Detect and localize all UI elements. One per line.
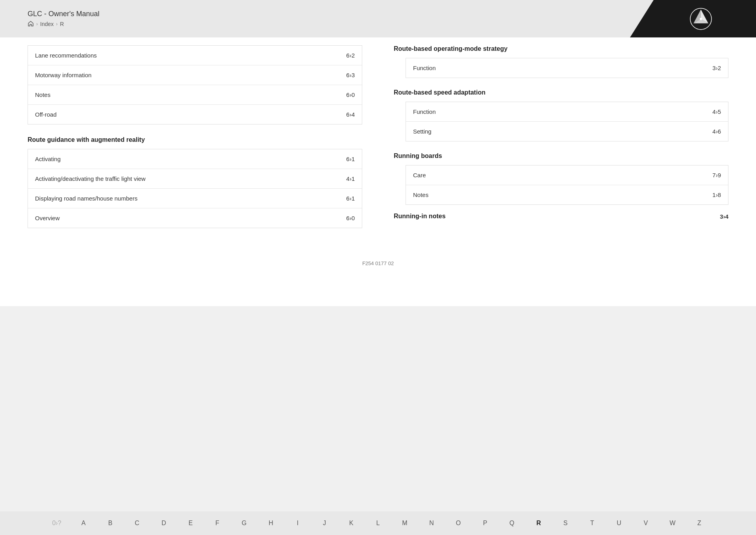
augmented-reality-heading: Route guidance with augmented reality xyxy=(28,136,362,143)
row-page: 6›2 xyxy=(346,52,355,59)
row-label: Care xyxy=(413,172,426,178)
row-page: 6›0 xyxy=(346,215,355,221)
running-in-notes-page: 3›4 xyxy=(720,213,728,220)
row-page: 6›0 xyxy=(346,91,355,98)
alpha-item-d[interactable]: D xyxy=(150,511,177,535)
alpha-item-l[interactable]: L xyxy=(365,511,391,535)
alpha-item-b[interactable]: B xyxy=(97,511,124,535)
route-speed-table: Function 4›5 Setting 4›6 xyxy=(406,102,728,141)
row-label: Displaying road names/house numbers xyxy=(35,195,137,202)
svg-point-1 xyxy=(700,18,702,20)
right-column: Route-based operating-mode strategy Func… xyxy=(394,45,728,240)
row-page: 4›6 xyxy=(712,128,721,135)
table-row[interactable]: Displaying road names/house numbers 6›1 xyxy=(28,189,362,208)
running-in-notes-row[interactable]: Running-in notes 3›4 xyxy=(394,213,728,220)
alpha-item-w[interactable]: W xyxy=(659,511,686,535)
alpha-item-p[interactable]: P xyxy=(472,511,498,535)
alpha-item-n[interactable]: N xyxy=(418,511,445,535)
left-column: Lane recommendations 6›2 Motorway inform… xyxy=(28,45,362,240)
alpha-item-s[interactable]: S xyxy=(552,511,579,535)
table-row[interactable]: Care 7›9 xyxy=(406,165,728,185)
footer-code: F254 0177 02 xyxy=(362,257,394,294)
row-label: Notes xyxy=(413,191,428,198)
alpha-item-m[interactable]: M xyxy=(391,511,418,535)
footer: F254 0177 02 xyxy=(0,252,756,306)
running-in-notes-heading: Running-in notes xyxy=(394,213,446,220)
running-boards-heading: Running boards xyxy=(394,152,728,160)
row-page: 1›8 xyxy=(712,191,721,198)
row-page: 4›1 xyxy=(346,175,355,182)
header-left: GLC - Owner's Manual › Index › R xyxy=(28,10,100,28)
table-row[interactable]: Notes 1›8 xyxy=(406,185,728,204)
table-row[interactable]: Setting 4›6 xyxy=(406,122,728,141)
table-row[interactable]: Off-road 6›4 xyxy=(28,105,362,124)
main-content: Lane recommendations 6›2 Motorway inform… xyxy=(0,37,756,252)
top-index-table: Lane recommendations 6›2 Motorway inform… xyxy=(28,45,362,124)
row-label: Activating/deactivating the traffic ligh… xyxy=(35,175,146,182)
alpha-item-q[interactable]: Q xyxy=(498,511,525,535)
route-speed-heading: Route-based speed adaptation xyxy=(394,89,728,96)
running-boards-table: Care 7›9 Notes 1›8 xyxy=(406,165,728,205)
row-label: Motorway information xyxy=(35,72,91,78)
alpha-item-v[interactable]: V xyxy=(632,511,659,535)
table-row[interactable]: Notes 6›0 xyxy=(28,85,362,105)
row-label: Off-road xyxy=(35,111,57,118)
alpha-item-a[interactable]: A xyxy=(70,511,97,535)
row-page: 3›2 xyxy=(712,65,721,71)
alpha-item-o[interactable]: O xyxy=(445,511,472,535)
row-page: 6›3 xyxy=(346,72,355,78)
breadcrumb-sep-2: › xyxy=(56,21,57,27)
home-icon[interactable] xyxy=(28,20,34,28)
alpha-item-i[interactable]: I xyxy=(284,511,311,535)
header: GLC - Owner's Manual › Index › R xyxy=(0,0,756,37)
alpha-item-t[interactable]: T xyxy=(579,511,606,535)
document-title: GLC - Owner's Manual xyxy=(28,10,100,18)
route-operating-table: Function 3›2 xyxy=(406,58,728,78)
route-operating-heading: Route-based operating-mode strategy xyxy=(394,45,728,52)
row-page: 6›1 xyxy=(346,156,355,162)
table-row[interactable]: Function 3›2 xyxy=(406,58,728,78)
alpha-item-g[interactable]: G xyxy=(231,511,258,535)
alpha-item-f[interactable]: F xyxy=(204,511,231,535)
bottom-index-table: Activating 6›1 Activating/deactivating t… xyxy=(28,149,362,228)
table-row[interactable]: Activating/deactivating the traffic ligh… xyxy=(28,169,362,189)
table-row[interactable]: Lane recommendations 6›2 xyxy=(28,46,362,65)
alpha-item-j[interactable]: J xyxy=(311,511,338,535)
row-page: 7›9 xyxy=(712,172,721,178)
alpha-item-u[interactable]: U xyxy=(606,511,632,535)
breadcrumb-current: R xyxy=(60,21,64,27)
breadcrumb: › Index › R xyxy=(28,20,100,28)
row-label: Notes xyxy=(35,91,50,98)
mercedes-logo xyxy=(689,7,713,31)
row-label: Function xyxy=(413,65,436,71)
breadcrumb-index[interactable]: Index xyxy=(40,21,54,27)
alphabet-nav: 0›? A B C D E F G H I J K L M N O P Q R … xyxy=(0,511,756,535)
table-row[interactable]: Function 4›5 xyxy=(406,102,728,122)
alpha-item-z[interactable]: Z xyxy=(686,511,713,535)
row-label: Function xyxy=(413,108,436,115)
table-row[interactable]: Overview 6›0 xyxy=(28,208,362,228)
alpha-item-k[interactable]: K xyxy=(338,511,365,535)
alpha-item-r[interactable]: R xyxy=(525,511,552,535)
row-label: Overview xyxy=(35,215,60,221)
row-page: 6›4 xyxy=(346,111,355,118)
row-label: Setting xyxy=(413,128,432,135)
table-row[interactable]: Motorway information 6›3 xyxy=(28,65,362,85)
table-row[interactable]: Activating 6›1 xyxy=(28,149,362,169)
row-label: Lane recommendations xyxy=(35,52,97,59)
row-label: Activating xyxy=(35,156,61,162)
alpha-item-0[interactable]: 0›? xyxy=(43,511,70,535)
logo-area xyxy=(630,0,756,37)
alpha-item-e[interactable]: E xyxy=(177,511,204,535)
row-page: 4›5 xyxy=(712,108,721,115)
alpha-item-h[interactable]: H xyxy=(258,511,284,535)
alpha-item-c[interactable]: C xyxy=(124,511,150,535)
row-page: 6›1 xyxy=(346,195,355,202)
breadcrumb-sep-1: › xyxy=(36,21,38,27)
